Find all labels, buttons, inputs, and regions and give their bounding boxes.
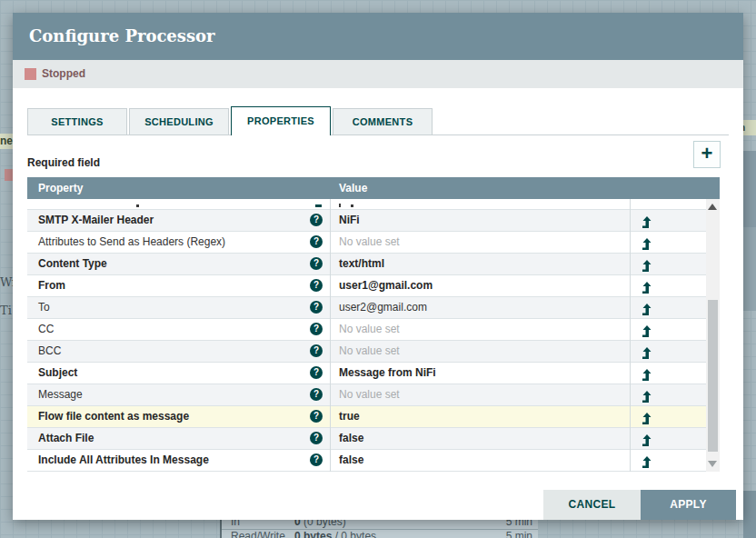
property-value[interactable]: false xyxy=(339,428,363,449)
level-up-icon[interactable] xyxy=(641,389,652,401)
level-up-icon[interactable] xyxy=(641,345,652,357)
tab-scheduling[interactable]: SCHEDULING xyxy=(129,108,229,135)
property-value[interactable]: false xyxy=(339,450,363,471)
property-value[interactable]: text/html xyxy=(339,254,384,274)
value-column-header: Value xyxy=(339,177,367,199)
tab-bar: SETTINGS SCHEDULING PROPERTIES COMMENTS xyxy=(27,106,729,135)
property-row[interactable]: SMTP X-Mailer Header ? NiFi xyxy=(27,210,706,232)
scrollbar-up-arrow-icon[interactable] xyxy=(708,204,717,210)
property-row[interactable]: From ? user1@gmail.com xyxy=(27,275,706,297)
add-property-button[interactable]: + xyxy=(693,141,721,168)
canvas-component-fragment xyxy=(743,151,756,227)
help-icon[interactable]: ? xyxy=(310,388,323,401)
stats-label: Read/Write xyxy=(231,530,285,538)
property-row[interactable]: Include All Attributes In Message ? fals… xyxy=(27,450,706,472)
level-up-icon[interactable] xyxy=(641,411,652,423)
property-row[interactable]: Flow file content as message ? true xyxy=(27,406,706,428)
property-name: BCC xyxy=(38,341,61,362)
property-row[interactable]: BCC ? No value set xyxy=(27,341,706,363)
property-row[interactable]: CC ? No value set xyxy=(27,319,706,341)
help-icon[interactable]: ? xyxy=(310,214,323,226)
help-icon[interactable]: ? xyxy=(310,344,323,357)
status-bar: Stopped xyxy=(13,60,743,88)
help-icon[interactable]: ? xyxy=(310,432,323,444)
required-field-label: Required field xyxy=(27,156,100,169)
property-row[interactable]: To ? user2@gmail.com xyxy=(27,297,706,319)
canvas-stopped-square-fragment xyxy=(5,169,13,181)
help-icon[interactable]: ? xyxy=(310,410,323,423)
property-value[interactable]: true xyxy=(339,406,360,427)
property-name: Flow file content as message xyxy=(38,406,189,427)
text-fragment xyxy=(351,204,353,207)
configure-processor-dialog: Configure Processor Stopped SETTINGS SCH… xyxy=(13,13,743,520)
text-fragment xyxy=(339,204,341,207)
level-up-icon[interactable] xyxy=(641,367,652,379)
apply-button[interactable]: APPLY xyxy=(641,490,736,520)
stopped-status-icon xyxy=(25,68,36,80)
help-icon[interactable]: ? xyxy=(310,301,323,314)
property-name: To xyxy=(38,297,50,318)
property-row[interactable]: Content Type ? text/html xyxy=(27,254,706,275)
level-up-icon[interactable] xyxy=(641,236,652,248)
help-icon-fragment xyxy=(315,204,322,207)
property-name: CC xyxy=(38,319,54,340)
stats-value: 0 bytes / 0 bytes xyxy=(294,530,376,538)
tab-comments[interactable]: COMMENTS xyxy=(333,108,433,135)
property-row[interactable]: Subject ? Message from NiFi xyxy=(27,363,706,384)
dialog-title: Configure Processor xyxy=(29,13,215,60)
property-name: SMTP X-Mailer Header xyxy=(38,210,154,231)
property-value[interactable]: No value set xyxy=(339,319,400,340)
properties-table-body: SMTP X-Mailer Header ? NiFi Attributes t… xyxy=(27,199,720,472)
scrollbar-down-arrow-icon[interactable] xyxy=(708,461,717,467)
property-row[interactable]: Attributes to Send as Headers (Regex) ? … xyxy=(27,232,706,254)
property-value[interactable]: No value set xyxy=(339,384,400,405)
stats-row-readwrite: Read/Write 0 bytes / 0 bytes 5 min xyxy=(222,530,538,538)
property-value[interactable]: No value set xyxy=(339,232,400,253)
cancel-button[interactable]: CANCEL xyxy=(543,490,641,520)
clipped-property-row xyxy=(27,199,720,210)
property-value[interactable]: NiFi xyxy=(339,210,360,231)
property-value[interactable]: Message from NiFi xyxy=(339,363,436,384)
level-up-icon[interactable] xyxy=(641,454,652,466)
property-name: Include All Attributes In Message xyxy=(38,450,209,471)
help-icon[interactable]: ? xyxy=(310,257,323,270)
stats-time: 5 min xyxy=(506,530,532,538)
properties-table: Property Value SMTP X-Mailer Header ? Ni… xyxy=(27,177,720,472)
property-name: Attach File xyxy=(38,428,94,449)
level-up-icon[interactable] xyxy=(641,302,652,314)
level-up-icon[interactable] xyxy=(641,258,652,270)
property-name: Message xyxy=(38,384,83,405)
property-value[interactable]: user1@gmail.com xyxy=(339,275,433,296)
scrollbar-thumb[interactable] xyxy=(708,300,718,452)
property-name: From xyxy=(38,275,65,296)
help-icon[interactable]: ? xyxy=(310,235,323,248)
property-name: Content Type xyxy=(38,254,107,274)
canvas-text-fragment: Ti xyxy=(0,304,12,317)
property-column-header: Property xyxy=(38,177,83,199)
column-divider xyxy=(630,199,631,472)
properties-table-header: Property Value xyxy=(27,177,720,199)
canvas-component-fragment xyxy=(743,227,756,311)
help-icon[interactable]: ? xyxy=(310,366,323,379)
canvas-component-fragment xyxy=(743,491,756,538)
help-icon[interactable]: ? xyxy=(310,279,323,292)
dialog-header: Configure Processor xyxy=(13,13,743,60)
tab-properties[interactable]: PROPERTIES xyxy=(231,106,331,135)
help-icon[interactable]: ? xyxy=(310,453,323,466)
property-value[interactable]: No value set xyxy=(339,341,400,362)
property-name: Subject xyxy=(38,363,77,384)
property-row[interactable]: Message ? No value set xyxy=(27,384,706,406)
level-up-icon[interactable] xyxy=(641,280,652,292)
tab-settings[interactable]: SETTINGS xyxy=(27,108,127,135)
level-up-icon[interactable] xyxy=(641,214,652,226)
property-row[interactable]: Attach File ? false xyxy=(27,428,706,450)
level-up-icon[interactable] xyxy=(641,324,652,335)
table-scrollbar[interactable] xyxy=(706,199,720,472)
property-name: Attributes to Send as Headers (Regex) xyxy=(38,232,225,253)
column-divider xyxy=(330,199,331,472)
help-icon[interactable]: ? xyxy=(310,323,323,335)
level-up-icon[interactable] xyxy=(641,433,652,444)
property-value[interactable]: user2@gmail.com xyxy=(339,297,427,318)
text-fragment xyxy=(136,204,139,207)
status-label: Stopped xyxy=(42,60,85,88)
